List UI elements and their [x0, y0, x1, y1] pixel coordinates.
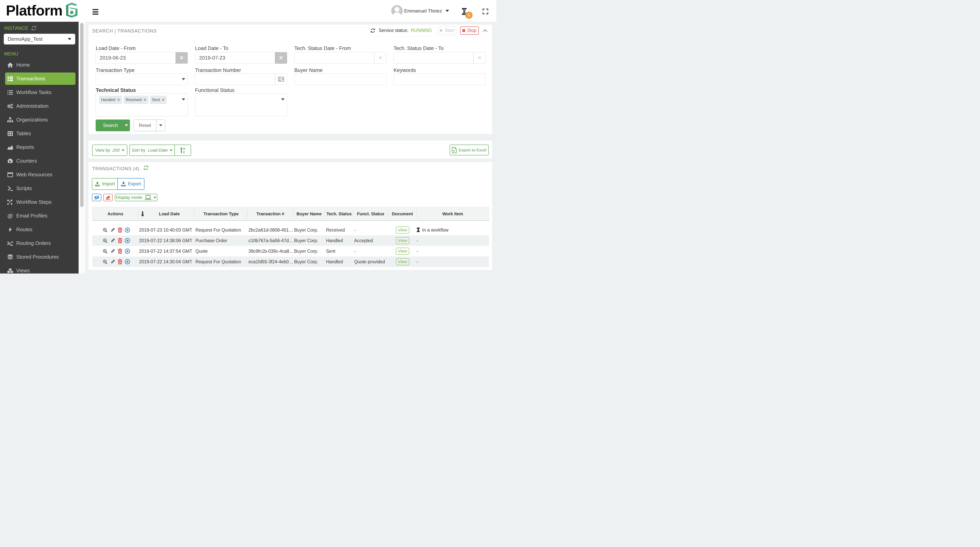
svg-text:A: A — [183, 147, 185, 150]
svg-text:Z: Z — [183, 151, 185, 154]
svg-text:@: @ — [8, 213, 13, 218]
svg-text:x: x — [453, 149, 455, 152]
